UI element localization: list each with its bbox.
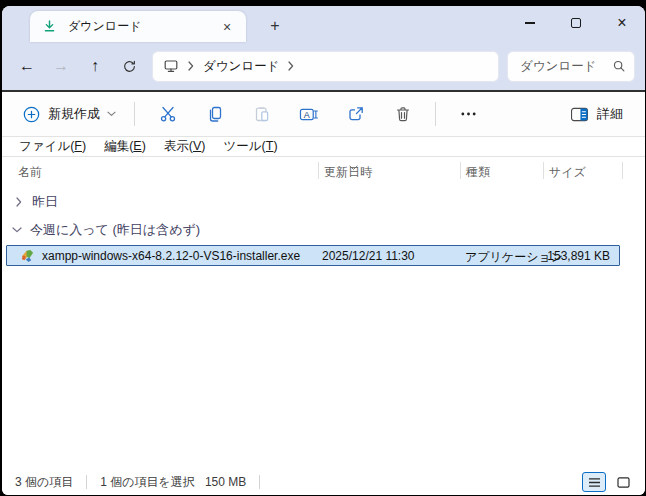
chevron-down-icon [107, 111, 116, 117]
details-pane-icon [570, 107, 589, 122]
group-yesterday[interactable]: 昨日 [12, 191, 58, 213]
close-button[interactable]: × [599, 6, 645, 40]
details-pane-toggle[interactable]: 詳細 [562, 97, 631, 131]
paste-icon [253, 105, 271, 123]
chevron-right-icon [288, 61, 294, 71]
cut-button[interactable] [148, 97, 187, 131]
menu-bar: ファイル(F) 編集(E) 表示(V) ツール(T) [2, 136, 645, 157]
column-name[interactable]: 名前 [18, 164, 42, 181]
view-toggles [582, 472, 635, 492]
trash-icon [394, 105, 412, 123]
column-modified[interactable]: 更新日時 [324, 164, 372, 181]
minimize-icon [525, 22, 535, 23]
column-type[interactable]: 種類 [466, 164, 490, 181]
file-name: xampp-windows-x64-8.2.12-0-VS16-installe… [42, 249, 300, 263]
share-button[interactable] [336, 97, 375, 131]
up-button[interactable]: ↑ [78, 50, 112, 82]
chevron-right-icon [12, 197, 26, 207]
column-divider[interactable] [460, 162, 461, 179]
file-row-selected[interactable]: xampp-windows-x64-8.2.12-0-VS16-installe… [6, 245, 620, 266]
file-size: 153,891 KB [547, 249, 610, 263]
item-count: 3 個の項目 [15, 474, 73, 491]
file-explorer-window: ダウンロード × + × ← → ↑ ダウンロード [2, 6, 645, 495]
search-box[interactable]: ダウンロード [507, 51, 635, 82]
copy-icon [206, 105, 224, 123]
menu-view[interactable]: 表示(V) [155, 138, 215, 155]
search-input-value: ダウンロード [520, 58, 612, 75]
rename-button[interactable]: A [289, 97, 328, 131]
tab-title: ダウンロード [68, 18, 212, 35]
column-divider[interactable] [543, 162, 544, 179]
details-view-button[interactable] [582, 472, 606, 492]
group-this-week-label: 今週に入って (昨日は含めず) [30, 221, 200, 239]
status-bar: 3 個の項目 1 個の項目を選択 150 MB [2, 469, 645, 495]
group-yesterday-label: 昨日 [32, 193, 58, 211]
scissors-icon [159, 105, 177, 123]
new-item-button[interactable]: 新規作成 [14, 97, 125, 131]
status-divider [259, 475, 260, 489]
see-more-button[interactable] [449, 97, 488, 131]
copy-button[interactable] [195, 97, 234, 131]
toolbar-separator [134, 102, 135, 126]
rename-icon: A [299, 106, 318, 123]
address-bar[interactable]: ダウンロード [152, 51, 499, 82]
file-modified: 2025/12/21 11:30 [322, 249, 415, 263]
column-divider[interactable] [318, 162, 319, 179]
new-tab-button[interactable]: + [260, 12, 290, 40]
selection-size: 150 MB [205, 475, 246, 489]
menu-file[interactable]: ファイル(F) [10, 138, 95, 155]
minimize-button[interactable] [507, 6, 553, 40]
circle-plus-icon [23, 106, 40, 123]
list-view-icon [588, 477, 601, 488]
maximize-icon [571, 18, 581, 28]
selection-count: 1 個の項目を選択 [100, 474, 195, 491]
refresh-icon [122, 59, 137, 74]
status-divider [86, 475, 87, 489]
this-pc-icon [163, 58, 179, 74]
tab-close-button[interactable]: × [216, 16, 238, 38]
new-item-label: 新規作成 [48, 105, 100, 123]
column-divider[interactable] [622, 162, 623, 179]
forward-button[interactable]: → [44, 50, 78, 82]
navigation-bar: ← → ↑ ダウンロード ダウンロード [2, 42, 645, 90]
column-size[interactable]: サイズ [549, 164, 586, 181]
search-icon [612, 59, 626, 73]
ellipsis-icon [460, 112, 477, 116]
window-controls: × [507, 6, 645, 40]
back-button[interactable]: ← [10, 50, 44, 82]
toolbar-separator [435, 102, 436, 126]
titlebar: ダウンロード × + × [2, 6, 645, 42]
xampp-installer-icon [20, 248, 35, 267]
download-icon [42, 19, 58, 34]
chevron-right-icon [188, 61, 194, 71]
file-list: 昨日 今週に入って (昨日は含めず) xampp-windows-x64-8.2… [2, 183, 645, 469]
svg-text:A: A [304, 109, 310, 119]
thumbnail-view-button[interactable] [611, 472, 635, 492]
column-headers: 名前 更新日時 種類 サイズ [2, 157, 645, 183]
delete-button[interactable] [383, 97, 422, 131]
group-this-week[interactable]: 今週に入って (昨日は含めず) [10, 219, 200, 241]
menu-tools[interactable]: ツール(T) [215, 138, 287, 155]
maximize-button[interactable] [553, 6, 599, 40]
paste-button[interactable] [242, 97, 281, 131]
command-toolbar: 新規作成 A 詳細 [2, 90, 645, 136]
explorer-tab[interactable]: ダウンロード × [30, 11, 246, 42]
menu-edit[interactable]: 編集(E) [95, 138, 155, 155]
details-label: 詳細 [597, 105, 623, 123]
share-icon [347, 105, 365, 123]
thumbnail-view-icon [617, 477, 630, 488]
breadcrumb-downloads[interactable]: ダウンロード [203, 58, 279, 75]
sort-ascending-icon [349, 157, 358, 175]
chevron-down-icon [10, 227, 24, 233]
refresh-button[interactable] [112, 50, 146, 82]
